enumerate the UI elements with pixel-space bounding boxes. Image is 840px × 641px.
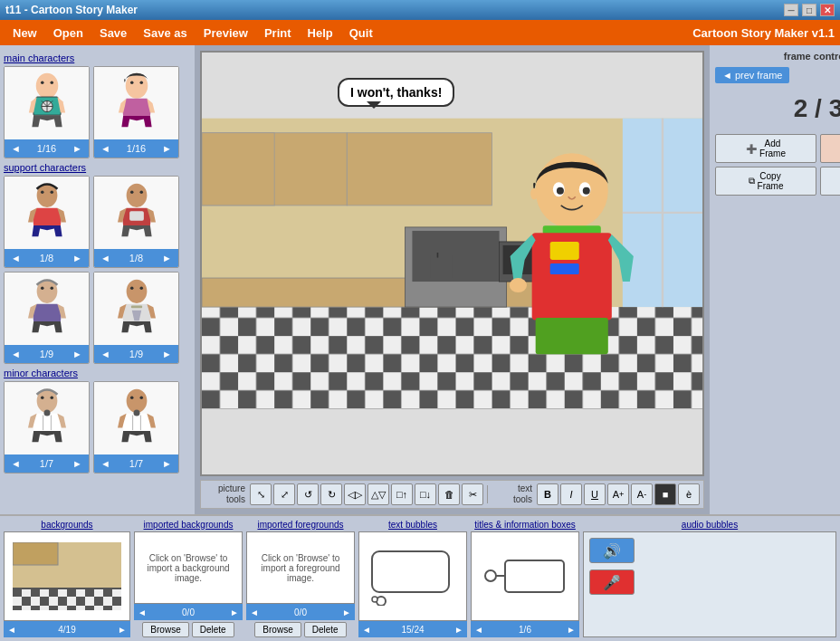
close-button[interactable]: ✕ <box>820 4 835 16</box>
menu-quit[interactable]: Quit <box>342 24 380 43</box>
text-bubbles-next[interactable]: ► <box>454 625 463 635</box>
backgrounds-next[interactable]: ► <box>118 625 127 635</box>
imported-bg-browse[interactable]: Browse <box>142 622 188 637</box>
support-char-1-image <box>5 177 89 249</box>
tool-flip-h[interactable]: ◁▷ <box>344 483 366 505</box>
titles-content[interactable] <box>471 531 579 621</box>
audio-play-btn[interactable]: 🔊 <box>589 538 635 563</box>
imported-bg-next[interactable]: ► <box>230 608 239 617</box>
tool-back[interactable]: □↓ <box>415 483 436 505</box>
tool-font-bigger[interactable]: A+ <box>607 483 629 505</box>
support-char-1-prev[interactable]: ◄ <box>8 253 24 263</box>
main-char-2-prev[interactable]: ◄ <box>98 143 113 154</box>
imported-bg-prev[interactable]: ◄ <box>138 608 147 617</box>
tool-font-smaller[interactable]: A- <box>631 483 653 505</box>
titles-prev[interactable]: ◄ <box>474 625 483 635</box>
minor-char-2[interactable]: ◄ 1/7 ► <box>93 381 179 474</box>
window-title: t11 - Cartoon Story Maker <box>5 4 138 16</box>
svg-rect-61 <box>550 263 579 274</box>
support-char-3[interactable]: ◄ 1/9 ► <box>4 272 90 364</box>
support-char-1[interactable]: ◄ 1/8 ► <box>4 176 90 268</box>
svg-point-14 <box>130 191 134 195</box>
main-char-1-prev[interactable]: ◄ <box>8 143 24 154</box>
audio-record-btn[interactable]: 🎤 <box>589 569 635 595</box>
tool-flip-v[interactable]: △▽ <box>368 483 389 505</box>
menu-print[interactable]: Print <box>257 24 299 43</box>
menu-open[interactable]: Open <box>46 24 91 43</box>
backgrounds-label: backgrounds <box>4 520 130 530</box>
picture-tools-label: picture tools <box>205 483 245 505</box>
copy-frame-button[interactable]: ⧉ Copy Frame <box>715 167 816 196</box>
support-char-4-prev[interactable]: ◄ <box>98 349 113 359</box>
tool-shrink[interactable]: ⤢ <box>273 483 295 505</box>
main-char-1-next[interactable]: ► <box>70 143 85 154</box>
tool-bold[interactable]: B <box>537 483 558 505</box>
main-char-2-counter: 1/16 <box>127 143 146 154</box>
delete-frame-button[interactable]: ✕ Delete Frame <box>820 134 840 163</box>
minor-char-2-next[interactable]: ► <box>159 458 175 469</box>
prev-frame-button[interactable]: ◄ prev frame <box>715 67 789 83</box>
tool-color[interactable]: ■ <box>654 483 676 505</box>
support-char-2-prev[interactable]: ◄ <box>98 253 113 263</box>
app-version: Cartoon Story Maker v1.1 <box>692 26 835 40</box>
svg-point-13 <box>126 184 147 207</box>
speech-bubble[interactable]: I won't, thanks! <box>338 78 454 107</box>
svg-point-8 <box>130 81 134 85</box>
maximize-button[interactable]: □ <box>802 4 816 16</box>
minor-char-1-next[interactable]: ► <box>70 458 85 469</box>
minor-char-2-prev[interactable]: ◄ <box>98 458 113 469</box>
tools-divider <box>487 485 488 503</box>
support-chars-label: support characters <box>4 162 191 173</box>
tool-rotate-ccw[interactable]: ↺ <box>297 483 319 505</box>
svg-point-62 <box>510 278 527 292</box>
tool-forward[interactable]: □↑ <box>391 483 413 505</box>
minor-char-1-image <box>5 382 89 454</box>
svg-point-31 <box>133 409 139 416</box>
menu-preview[interactable]: Preview <box>196 24 255 43</box>
text-bubbles-prev[interactable]: ◄ <box>362 625 371 635</box>
imported-fg-delete[interactable]: Delete <box>304 622 347 637</box>
svg-rect-77 <box>505 560 564 592</box>
backgrounds-content[interactable] <box>4 531 130 621</box>
backgrounds-prev[interactable]: ◄ <box>7 625 16 635</box>
tool-delete[interactable]: 🗑 <box>438 483 460 505</box>
add-frame-button[interactable]: ➕ Add Frame <box>715 134 816 163</box>
imported-bg-delete[interactable]: Delete <box>192 622 234 637</box>
paste-frame-button[interactable]: 📋 Paste Frame <box>820 167 840 196</box>
support-char-1-next[interactable]: ► <box>70 253 85 263</box>
menu-new[interactable]: New <box>5 24 44 43</box>
main-char-2-next[interactable]: ► <box>159 143 175 154</box>
menu-help[interactable]: Help <box>301 24 340 43</box>
imported-fg-browse[interactable]: Browse <box>254 622 301 637</box>
backgrounds-preview <box>13 542 121 610</box>
support-char-2-next[interactable]: ► <box>159 253 175 263</box>
tool-rotate-cw[interactable]: ↻ <box>320 483 342 505</box>
main-char-1[interactable]: ◄ 1/16 ► <box>4 66 90 158</box>
imported-fg-prev[interactable]: ◄ <box>250 608 259 617</box>
imported-fg-next[interactable]: ► <box>342 608 351 617</box>
tool-expand[interactable]: ⤡ <box>250 483 272 505</box>
menu-save[interactable]: Save <box>92 24 134 43</box>
tool-underline[interactable]: U <box>584 483 606 505</box>
minor-char-1[interactable]: ◄ 1/7 ► <box>4 381 90 474</box>
support-char-4-next[interactable]: ► <box>159 349 175 359</box>
support-char-3-next[interactable]: ► <box>70 349 85 359</box>
minor-char-1-prev[interactable]: ◄ <box>8 458 24 469</box>
svg-rect-16 <box>129 211 144 221</box>
text-bubbles-content[interactable] <box>358 531 467 621</box>
main-char-2[interactable]: ◄ 1/16 ► <box>93 66 179 158</box>
tool-cut[interactable]: ✂ <box>462 483 483 505</box>
tool-special-char[interactable]: è <box>678 483 700 505</box>
story-canvas[interactable]: I won't, thanks! <box>200 51 704 476</box>
support-char-2[interactable]: ◄ 1/8 ► <box>93 176 179 268</box>
window-controls: ─ □ ✕ <box>784 4 835 16</box>
menu-saveas[interactable]: Save as <box>136 24 194 43</box>
support-char-3-prev[interactable]: ◄ <box>8 349 24 359</box>
minimize-button[interactable]: ─ <box>784 4 798 16</box>
support-char-4[interactable]: ◄ 1/9 ► <box>93 272 179 364</box>
titles-next[interactable]: ► <box>567 625 576 635</box>
backgrounds-nav: ◄ 4/19 ► <box>4 621 130 637</box>
main-char-2-image <box>94 67 178 139</box>
svg-point-57 <box>530 188 538 200</box>
tool-italic[interactable]: I <box>560 483 582 505</box>
